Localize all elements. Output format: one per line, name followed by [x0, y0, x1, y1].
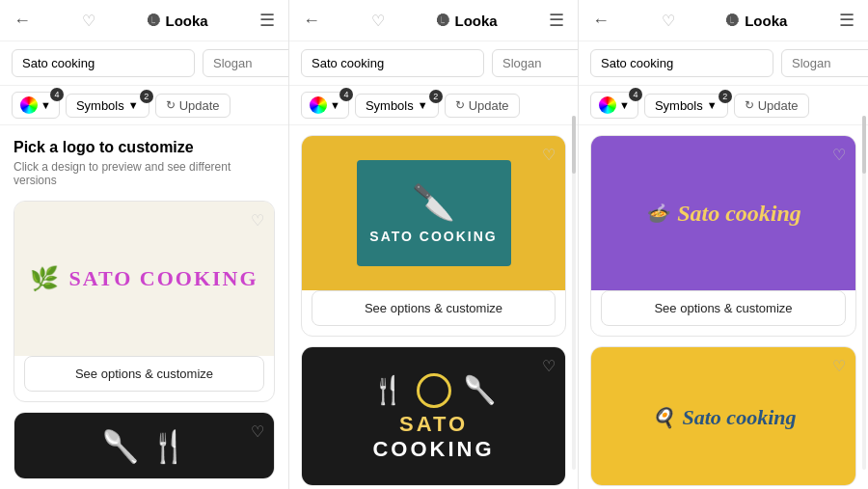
pick-subtitle: Click a design to preview and see differ… — [14, 160, 275, 187]
scroll-track-2 — [572, 116, 576, 470]
heart-button-3[interactable]: ♡ — [662, 12, 675, 30]
panel2-card2-heart[interactable]: ♡ — [542, 357, 556, 375]
cooking-text: COOKING — [372, 437, 494, 462]
card1-heart[interactable]: ♡ — [251, 211, 264, 230]
color-button-2[interactable]: ▼ 4 — [301, 92, 349, 119]
controls-row-2: ▼ 4 Symbols ▼ 2 ↻ Update — [289, 86, 578, 125]
update-button[interactable]: ↻ Update — [155, 94, 231, 118]
app-name-2: Looka — [455, 13, 498, 29]
color-badge: 4 — [50, 88, 64, 101]
slogan-input[interactable] — [203, 49, 289, 77]
brand-name-input-3[interactable] — [590, 49, 773, 77]
app-logo-3: 🅛 Looka — [726, 13, 787, 29]
slogan-input-2[interactable] — [492, 49, 579, 77]
app-name-3: Looka — [745, 13, 787, 29]
brand-name-input-2[interactable] — [301, 49, 484, 77]
color-circle — [20, 96, 38, 114]
symbols-label: Symbols — [76, 98, 124, 113]
update-label-3: Update — [758, 98, 799, 113]
heart-button[interactable]: ♡ — [82, 12, 95, 30]
utensils-icon: 🥄 🍴 — [101, 428, 188, 465]
app-logo-2: 🅛 Looka — [437, 13, 498, 29]
menu-button-2[interactable]: ☰ — [549, 10, 564, 31]
symbols-badge-2: 2 — [429, 90, 443, 103]
yellow-brand-text: Sato cooking — [683, 405, 797, 430]
menu-button[interactable]: ☰ — [259, 10, 275, 31]
color-circle-3 — [599, 96, 616, 114]
panel2-scroll: ♡ 🔪 SATO COOKING See options & customize… — [289, 125, 578, 489]
panel2-card1-heart[interactable]: ♡ — [542, 146, 556, 164]
color-button-3[interactable]: ▼ 4 — [590, 92, 638, 119]
symbols-badge: 2 — [140, 90, 153, 103]
heart-button-2[interactable]: ♡ — [371, 12, 385, 30]
panel2-card2[interactable]: ♡ 🍴 🥄 SATO COOKING — [301, 346, 566, 486]
update-label: Update — [179, 98, 220, 113]
panel2-card1-image: ♡ 🔪 SATO COOKING — [302, 136, 565, 290]
symbols-label-2: Symbols — [366, 98, 414, 113]
spoon-icon-2: 🥄 — [463, 374, 497, 406]
teal-logo-box: 🔪 SATO COOKING — [357, 160, 511, 266]
symbols-button[interactable]: Symbols ▼ 2 — [66, 94, 149, 118]
back-button[interactable]: ← — [14, 11, 31, 31]
symbols-label-3: Symbols — [655, 98, 703, 113]
panel3-card2[interactable]: ♡ 🍳 Sato cooking — [590, 346, 856, 486]
cooking-pot-icon: 🍳 — [651, 406, 675, 429]
panel-3: ← ♡ 🅛 Looka ☰ ▼ 4 Symbols ▼ 2 ↻ Update — [579, 0, 868, 489]
update-label-2: Update — [469, 98, 509, 113]
card2-heart[interactable]: ♡ — [251, 422, 264, 441]
panel3-card1-image: ♡ 🍲 Sato cooking — [591, 136, 855, 290]
looka-symbol: 🅛 — [148, 14, 160, 28]
panel3-card2-heart[interactable]: ♡ — [832, 357, 846, 375]
nav-bar-3: ← ♡ 🅛 Looka ☰ — [579, 0, 868, 41]
panel2-card1[interactable]: ♡ 🔪 SATO COOKING See options & customize — [301, 135, 566, 337]
app-name: Looka — [166, 13, 208, 29]
yellow-logo: 🍳 Sato cooking — [651, 405, 797, 430]
scroll-thumb-2 — [572, 116, 576, 174]
nav-bar-2: ← ♡ 🅛 Looka ☰ — [289, 0, 578, 41]
card2-image: ♡ 🥄 🍴 — [14, 413, 274, 479]
color-badge-3: 4 — [629, 88, 642, 101]
fork-icon: 🍴 — [149, 428, 188, 465]
slogan-input-3[interactable] — [781, 49, 868, 77]
symbols-button-3[interactable]: Symbols ▼ 2 — [644, 94, 728, 118]
card1-logo: 🌿 SATO COOKING — [30, 265, 258, 292]
card1-image: ♡ 🌿 SATO COOKING — [14, 202, 274, 356]
brand-name-input[interactable] — [12, 49, 195, 77]
input-row-2 — [289, 41, 578, 86]
plate-utensils-icon: 🍴 🥄 — [371, 373, 497, 408]
logo-card-1[interactable]: ♡ 🌿 SATO COOKING See options & customize — [14, 201, 275, 402]
panel3-scroll: ♡ 🍲 Sato cooking See options & customize… — [579, 125, 868, 489]
sato-text: SATO — [372, 412, 494, 437]
back-button-2[interactable]: ← — [303, 11, 320, 31]
panel2-card2-image: ♡ 🍴 🥄 SATO COOKING — [302, 347, 565, 486]
card1-brand-text: SATO COOKING — [68, 266, 258, 291]
logo-card-2[interactable]: ♡ 🥄 🍴 — [14, 412, 275, 479]
pick-title: Pick a logo to customize — [14, 139, 275, 156]
controls-row-1: ▼ 4 Symbols ▼ 2 ↻ Update — [0, 86, 288, 125]
panel3-card1[interactable]: ♡ 🍲 Sato cooking See options & customize — [590, 135, 856, 337]
color-button[interactable]: ▼ 4 — [12, 92, 60, 119]
panel3-card1-heart[interactable]: ♡ — [832, 146, 846, 164]
input-row-3 — [579, 41, 868, 86]
cleaver-icon: 🔪 — [412, 182, 455, 223]
purple-brand-text: Sato cooking — [677, 201, 801, 227]
update-button-3[interactable]: ↻ Update — [734, 94, 809, 118]
update-button-2[interactable]: ↻ Update — [445, 94, 520, 118]
color-circle-2 — [310, 96, 327, 114]
menu-button-3[interactable]: ☰ — [839, 10, 854, 31]
back-button-3[interactable]: ← — [592, 11, 610, 31]
nav-bar-1: ← ♡ 🅛 Looka ☰ — [0, 0, 288, 41]
controls-row-3: ▼ 4 Symbols ▼ 2 ↻ Update — [579, 86, 868, 125]
teal-brand-text: SATO COOKING — [369, 229, 497, 244]
panel1-content: Pick a logo to customize Click a design … — [0, 125, 288, 489]
panel2-card1-customize[interactable]: See options & customize — [312, 290, 556, 326]
app-logo: 🅛 Looka — [148, 13, 208, 29]
panel-2: ← ♡ 🅛 Looka ☰ ▼ 4 Symbols ▼ 2 ↻ Update — [289, 0, 579, 489]
panel3-card2-image: ♡ 🍳 Sato cooking — [591, 347, 855, 486]
panel3-card1-customize[interactable]: See options & customize — [601, 290, 846, 326]
scroll-track-3 — [862, 116, 866, 470]
card1-customize-button[interactable]: See options & customize — [24, 356, 264, 392]
panel-1: ← ♡ 🅛 Looka ☰ ▼ 4 Symbols ▼ 2 ↻ Update P… — [0, 0, 289, 489]
symbols-button-2[interactable]: Symbols ▼ 2 — [355, 94, 439, 118]
plate-icon — [417, 373, 451, 408]
